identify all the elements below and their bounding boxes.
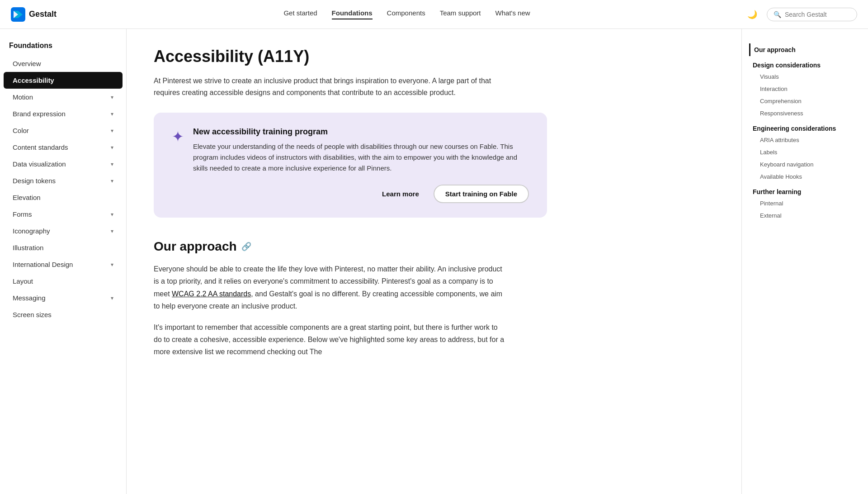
page-body: Foundations Overview Accessibility Motio… [0, 29, 868, 494]
chevron-down-icon: ▾ [111, 161, 113, 167]
toc-interaction[interactable]: Interaction [753, 83, 857, 95]
chevron-down-icon: ▾ [111, 295, 113, 301]
main-content: Accessibility (A11Y) At Pinterest we str… [127, 29, 741, 494]
sidebar-item-label: Motion [13, 93, 33, 101]
sidebar-item-label: Overview [13, 60, 41, 67]
page-title: Accessibility (A11Y) [154, 47, 714, 66]
our-approach-text1: Everyone should be able to create the li… [154, 263, 506, 312]
sidebar-item-data-visualization[interactable]: Data visualization ▾ [4, 156, 123, 172]
sidebar-section-title: Foundations [0, 38, 126, 55]
our-approach-title: Our approach [154, 239, 237, 254]
our-approach-heading: Our approach 🔗 [154, 239, 714, 254]
learn-more-button[interactable]: Learn more [375, 185, 426, 202]
search-box[interactable]: 🔍 [767, 8, 857, 21]
chevron-down-icon: ▾ [111, 111, 113, 117]
intro-text: At Pinterest we strive to create an incl… [154, 75, 506, 98]
sidebar-item-international-design[interactable]: International Design ▾ [4, 256, 123, 273]
nav-whats-new[interactable]: What's new [495, 9, 530, 19]
toc-further-learning[interactable]: Further learning [753, 183, 857, 197]
toc-comprehension[interactable]: Comprehension [753, 95, 857, 107]
toc-external[interactable]: External [753, 209, 857, 222]
sidebar-item-layout[interactable]: Layout [4, 273, 123, 290]
sidebar-item-label: Messaging [13, 294, 46, 302]
sidebar-item-iconography[interactable]: Iconography ▾ [4, 223, 123, 239]
chevron-down-icon: ▾ [111, 178, 113, 184]
sidebar-item-label: Elevation [13, 194, 41, 201]
logo-text: Gestalt [29, 10, 57, 19]
training-card: ✦ New accessibility training program Ele… [154, 113, 547, 218]
training-card-body: New accessibility training program Eleva… [193, 127, 529, 174]
sidebar-item-label: Brand expression [13, 110, 66, 118]
toc-available-hooks[interactable]: Available Hooks [753, 171, 857, 183]
sidebar-item-color[interactable]: Color ▾ [4, 122, 123, 139]
sidebar-item-label: Layout [13, 277, 33, 285]
nav-components[interactable]: Components [387, 9, 425, 19]
sidebar-item-accessibility[interactable]: Accessibility [4, 72, 123, 89]
our-approach-text2: It's important to remember that accessib… [154, 321, 506, 358]
dark-mode-toggle[interactable]: 🌙 [745, 7, 760, 22]
toc-keyboard-navigation[interactable]: Keyboard navigation [753, 158, 857, 171]
toc-design-considerations[interactable]: Design considerations [753, 56, 857, 71]
toc-engineering-considerations[interactable]: Engineering considerations [753, 119, 857, 134]
start-training-button[interactable]: Start training on Fable [434, 185, 529, 203]
top-navigation: Gestalt Get started Foundations Componen… [0, 0, 868, 29]
nav-foundations[interactable]: Foundations [332, 9, 373, 19]
nav-links: Get started Foundations Components Team … [83, 9, 731, 19]
toc-responsiveness[interactable]: Responsiveness [753, 107, 857, 119]
toc-our-approach[interactable]: Our approach [749, 43, 857, 56]
sidebar-item-label: Accessibility [13, 76, 54, 84]
sidebar-item-screen-sizes[interactable]: Screen sizes [4, 306, 123, 323]
chevron-down-icon: ▾ [111, 144, 113, 151]
sidebar-item-label: Illustration [13, 244, 43, 252]
wcag-link[interactable]: WCAG 2.2 AA standards [172, 290, 251, 298]
sparkle-icon: ✦ [172, 128, 184, 145]
sidebar-item-elevation[interactable]: Elevation [4, 189, 123, 206]
chevron-down-icon: ▾ [111, 94, 113, 100]
sidebar-item-label: Data visualization [13, 160, 66, 168]
nav-team-support[interactable]: Team support [440, 9, 481, 19]
sidebar-item-motion[interactable]: Motion ▾ [4, 89, 123, 105]
nav-get-started[interactable]: Get started [283, 9, 317, 19]
toc-aria-attributes[interactable]: ARIA attributes [753, 134, 857, 146]
toc-pinternal[interactable]: Pinternal [753, 197, 857, 209]
chevron-down-icon: ▾ [111, 128, 113, 134]
sidebar-item-label: Iconography [13, 227, 50, 235]
left-sidebar: Foundations Overview Accessibility Motio… [0, 29, 127, 494]
chevron-down-icon: ▾ [111, 211, 113, 218]
sidebar-item-overview[interactable]: Overview [4, 55, 123, 72]
training-card-title: New accessibility training program [193, 127, 529, 137]
sidebar-item-content-standards[interactable]: Content standards ▾ [4, 139, 123, 156]
sidebar-item-design-tokens[interactable]: Design tokens ▾ [4, 172, 123, 189]
sidebar-item-label: Forms [13, 210, 32, 218]
training-card-actions: Learn more Start training on Fable [172, 185, 529, 203]
sidebar-item-label: Content standards [13, 143, 68, 151]
sidebar-item-brand-expression[interactable]: Brand expression ▾ [4, 105, 123, 122]
sidebar-item-label: Design tokens [13, 177, 56, 185]
logo-icon [11, 7, 25, 22]
sidebar-item-messaging[interactable]: Messaging ▾ [4, 290, 123, 306]
training-card-description: Elevate your understanding of the needs … [193, 141, 529, 174]
training-card-header: ✦ New accessibility training program Ele… [172, 127, 529, 174]
sidebar-item-label: Color [13, 127, 29, 134]
search-icon: 🔍 [774, 11, 781, 18]
chevron-down-icon: ▾ [111, 228, 113, 234]
nav-right: 🌙 🔍 [731, 7, 857, 22]
right-sidebar-toc: Our approach Design considerations Visua… [741, 29, 868, 494]
search-input[interactable] [785, 11, 848, 18]
sidebar-item-illustration[interactable]: Illustration [4, 239, 123, 256]
sidebar-item-label: Screen sizes [13, 311, 52, 318]
toc-labels[interactable]: Labels [753, 146, 857, 158]
sidebar-item-label: International Design [13, 261, 73, 268]
toc-visuals[interactable]: Visuals [753, 71, 857, 83]
chevron-down-icon: ▾ [111, 261, 113, 268]
logo[interactable]: Gestalt [11, 7, 65, 22]
anchor-icon[interactable]: 🔗 [241, 242, 251, 252]
sidebar-item-forms[interactable]: Forms ▾ [4, 206, 123, 223]
